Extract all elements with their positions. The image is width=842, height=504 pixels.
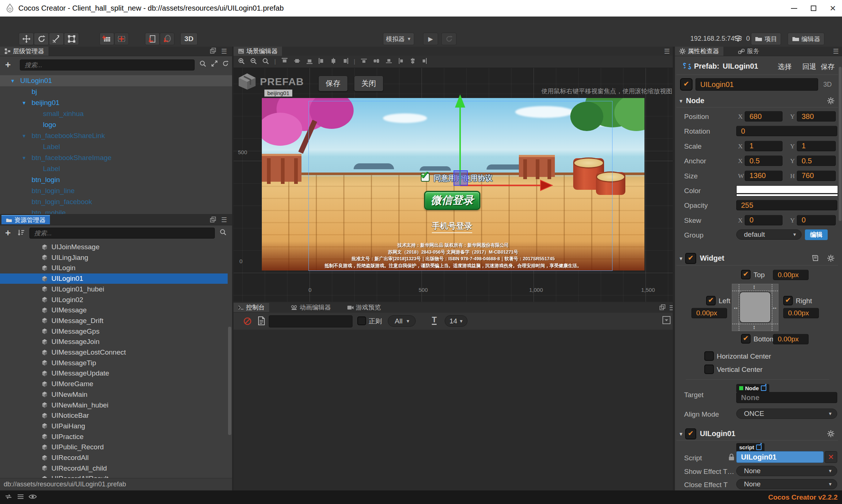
asset-item[interactable]: UIPublic_Record (0, 442, 228, 452)
panel-menu-icon[interactable]: ☰ (669, 304, 673, 312)
value-field[interactable]: 0 (745, 215, 783, 225)
value-field[interactable]: 255 (736, 200, 837, 210)
tree-node[interactable]: small_xinhua (0, 108, 232, 119)
hierarchy-search-input[interactable]: 搜索... (20, 59, 195, 70)
asset-item[interactable]: UIRecordAll (0, 453, 228, 463)
asset-item[interactable]: UIPaiHang (0, 421, 228, 431)
close-button[interactable]: ✕ (822, 0, 842, 17)
effect-dropdown[interactable]: None▼ (736, 479, 837, 489)
tab-console-1[interactable]: 动画编辑器 (286, 303, 335, 312)
tree-node[interactable]: btn_login_line (0, 185, 232, 196)
assets-search-input[interactable]: 搜索... (29, 228, 215, 239)
inspector-scrollbar[interactable] (839, 67, 842, 221)
tab-inspector[interactable]: 属性检查器 (675, 47, 723, 56)
regex-checkbox[interactable] (357, 316, 366, 325)
distribute-right-icon[interactable] (421, 57, 428, 66)
expand-arrow-icon[interactable]: ▼ (22, 155, 26, 161)
distribute-hcenter-icon[interactable] (409, 57, 416, 66)
widget-top-offset[interactable]: 0.00px (773, 270, 809, 280)
asset-item[interactable]: UIRecordAllResult (0, 474, 228, 478)
group-dropdown[interactable]: default▼ (736, 229, 802, 240)
open-editor-button[interactable]: 编辑器 (788, 33, 824, 45)
open-link-icon[interactable] (761, 385, 766, 391)
value-field[interactable]: 0 (736, 126, 837, 136)
asset-item[interactable]: UILogin02 (0, 295, 228, 305)
tree-node[interactable]: ▼beijing01 (0, 97, 232, 108)
splitter-right[interactable] (673, 47, 675, 490)
widget-top-checkbox[interactable] (741, 270, 751, 279)
asset-item[interactable]: UIMessageLostConnect (0, 347, 228, 358)
anchor-toggle[interactable] (114, 33, 129, 45)
widget-left-offset[interactable]: 0.00px (691, 308, 727, 318)
widget-left-checkbox[interactable] (706, 296, 716, 305)
simulator-dropdown[interactable]: 模拟器▼ (383, 33, 414, 45)
value-field[interactable]: 1 (797, 141, 836, 151)
log-file-icon[interactable] (258, 316, 265, 327)
layout-landscape-button[interactable] (160, 33, 174, 45)
distribute-left-icon[interactable] (398, 57, 404, 66)
add-asset-button[interactable]: + (5, 227, 11, 239)
prefab-select-button[interactable]: 选择 (778, 62, 792, 72)
distribute-bottom-icon[interactable] (385, 58, 393, 66)
layout-portrait-button[interactable] (145, 33, 160, 45)
tree-node[interactable]: logo (0, 119, 232, 130)
maximize-button[interactable] (802, 0, 824, 17)
distribute-top-icon[interactable] (360, 58, 368, 66)
asset-item[interactable]: UINoticeBar (0, 410, 228, 421)
assets-scrollbar[interactable] (228, 327, 231, 435)
align-top-icon[interactable] (281, 58, 288, 66)
tree-node[interactable]: ▼btn_facebookShareLink (0, 130, 232, 141)
transform-gizmo[interactable] (234, 68, 673, 302)
script-enabled-checkbox[interactable] (685, 428, 696, 439)
prefab-revert-button[interactable]: 回退 (802, 62, 816, 72)
eye-icon[interactable] (29, 494, 37, 501)
tab-services[interactable]: 服务 (734, 47, 764, 56)
rotate-tool-button[interactable] (34, 33, 49, 45)
console-log-area[interactable] (234, 330, 673, 490)
asset-item[interactable]: UIJoinMessage (0, 242, 228, 252)
panel-menu-icon[interactable]: ☰ (664, 47, 670, 55)
value-field[interactable]: 380 (797, 111, 836, 122)
widget-enabled-checkbox[interactable] (685, 253, 696, 264)
open-project-button[interactable]: 项目 (751, 33, 781, 45)
value-field[interactable]: 1 (745, 141, 783, 151)
asset-item[interactable]: UINewMain_hubei (0, 400, 228, 410)
align-vcenter-icon[interactable] (293, 58, 301, 66)
asset-item[interactable]: UIMessageTip (0, 358, 228, 368)
asset-item[interactable]: UIMessageJoin (0, 337, 228, 347)
popout-icon[interactable] (210, 217, 216, 224)
asset-item[interactable]: UILogin01 (0, 273, 228, 284)
distribute-vcenter-icon[interactable] (373, 58, 380, 66)
collapse-icon[interactable] (662, 316, 671, 326)
asset-item[interactable]: UIMessage (0, 305, 228, 315)
expand-arrow-icon[interactable]: ▼ (10, 78, 15, 84)
tree-node[interactable]: Label (0, 141, 232, 152)
gear-icon[interactable] (827, 255, 834, 262)
add-node-button[interactable]: + (5, 59, 11, 70)
asset-item[interactable]: UILogin01_hubei (0, 284, 228, 294)
scale-tool-button[interactable] (49, 33, 64, 45)
log-level-dropdown[interactable]: All▼ (388, 315, 416, 327)
tree-node[interactable]: btn_login_facebook (0, 196, 232, 207)
asset-item[interactable]: UIPractice (0, 432, 228, 442)
value-field[interactable]: 0 (797, 215, 836, 225)
docs-icon[interactable] (812, 255, 819, 261)
asset-item[interactable]: UIRecordAll_child (0, 463, 228, 474)
refresh-button[interactable] (441, 33, 456, 45)
tree-node[interactable]: ▼UILogin01 (0, 75, 232, 86)
panel-menu-icon[interactable]: ☰ (221, 216, 227, 224)
asset-item[interactable]: UIMessageUpdate (0, 368, 228, 378)
tree-node[interactable]: Label (0, 163, 232, 174)
horizontal-center-checkbox[interactable] (704, 351, 714, 361)
asset-item[interactable]: UIMessageGps (0, 326, 228, 337)
font-size-dropdown[interactable]: 14▼ (445, 315, 467, 327)
value-field[interactable]: 760 (797, 171, 836, 181)
align-bottom-icon[interactable] (306, 58, 313, 66)
tab-console-2[interactable]: 游戏预览 (343, 303, 385, 312)
value-field[interactable]: 0.5 (797, 156, 836, 166)
search-icon[interactable] (220, 229, 227, 237)
widget-bottom-offset[interactable]: 0.00px (773, 334, 809, 344)
remove-script-button[interactable]: ✕ (825, 451, 837, 463)
splitter-left[interactable] (232, 47, 234, 490)
align-hcenter-icon[interactable] (330, 57, 337, 66)
